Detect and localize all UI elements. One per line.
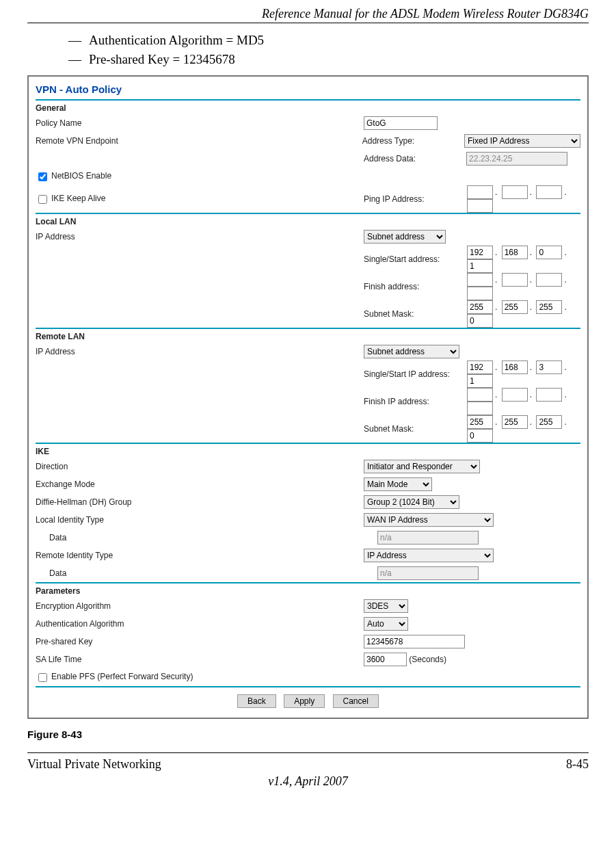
- ping-ip-label: Ping IP Address:: [364, 194, 466, 204]
- remote-id-data-input[interactable]: [377, 566, 479, 580]
- remote-finish-octet-2[interactable]: [502, 388, 528, 402]
- footer-rule: [27, 752, 589, 753]
- enc-select[interactable]: 3DES: [364, 599, 408, 613]
- psk-input[interactable]: [364, 635, 465, 648]
- footer-right: 8-45: [566, 757, 589, 772]
- remote-id-type-select[interactable]: IP Address: [364, 549, 494, 562]
- remote-subnet-octet-3[interactable]: [536, 415, 562, 429]
- remote-start-octet-1[interactable]: [467, 360, 493, 374]
- footer-version: v1.4, April 2007: [27, 774, 589, 789]
- remote-id-type-label: Remote Identity Type: [36, 551, 364, 560]
- netbios-checkbox[interactable]: [38, 172, 47, 181]
- dh-label: Diffie-Hellman (DH) Group: [36, 497, 364, 507]
- local-start-octet-1[interactable]: [467, 246, 493, 259]
- back-button[interactable]: Back: [237, 694, 276, 708]
- remote-endpoint-label: Remote VPN Endpoint: [36, 136, 362, 146]
- sa-label: SA Life Time: [36, 655, 364, 664]
- remote-finish-octet-4[interactable]: [467, 402, 493, 415]
- bullet-line-1: —Authentication Algorithm = MD5: [68, 33, 589, 48]
- section-ike-heading: IKE: [36, 444, 580, 458]
- local-subnet-octet-1[interactable]: [467, 300, 493, 314]
- ike-keepalive-label[interactable]: IKE Keep Alive: [36, 194, 105, 203]
- bullet-line-2: —Pre-shared Key = 12345678: [68, 52, 589, 67]
- header-rule: [27, 23, 589, 23]
- ping-ip-octet-4[interactable]: [467, 199, 493, 213]
- remote-subnet-label: Subnet Mask:: [364, 424, 466, 434]
- local-id-data-input[interactable]: [377, 531, 479, 544]
- local-id-data-label: Data: [36, 533, 377, 542]
- remote-ip-type-select[interactable]: Subnet address: [364, 345, 459, 358]
- netbios-checkbox-label[interactable]: NetBIOS Enable: [36, 171, 111, 181]
- local-subnet-label: Subnet Mask:: [364, 309, 466, 319]
- apply-button[interactable]: Apply: [284, 694, 325, 708]
- local-finish-label: Finish address:: [364, 282, 466, 291]
- sa-input[interactable]: [364, 653, 407, 666]
- local-start-octet-3[interactable]: [536, 246, 562, 259]
- screenshot-panel: VPN - Auto Policy General Policy Name Re…: [27, 75, 589, 719]
- footer-left: Virtual Private Networking: [27, 757, 161, 772]
- direction-select[interactable]: Initiator and Responder: [364, 460, 480, 473]
- policy-name-input[interactable]: [364, 116, 438, 130]
- ping-ip-octet-1[interactable]: [467, 185, 493, 199]
- local-ip-label: IP Address: [36, 232, 364, 241]
- auth-select[interactable]: Auto: [364, 617, 408, 631]
- section-general-heading: General: [36, 101, 580, 114]
- local-finish-octet-4[interactable]: [467, 287, 493, 300]
- auth-label: Authentication Algorithm: [36, 619, 364, 629]
- ping-ip-octet-2[interactable]: [502, 185, 528, 199]
- dh-select[interactable]: Group 2 (1024 Bit): [364, 495, 459, 509]
- local-start-octet-2[interactable]: [502, 246, 528, 259]
- policy-name-label: Policy Name: [36, 118, 364, 128]
- address-data-label: Address Data:: [364, 154, 466, 163]
- cancel-button[interactable]: Cancel: [333, 694, 379, 708]
- section-params-heading: Parameters: [36, 583, 580, 597]
- address-type-label: Address Type:: [362, 136, 464, 146]
- local-finish-octet-3[interactable]: [536, 273, 562, 287]
- remote-finish-label: Finish IP address:: [364, 397, 466, 406]
- exchange-select[interactable]: Main Mode: [364, 477, 432, 491]
- remote-start-label: Single/Start IP address:: [364, 369, 466, 379]
- remote-finish-octet-1[interactable]: [467, 388, 493, 402]
- exchange-label: Exchange Mode: [36, 480, 364, 489]
- local-subnet-octet-2[interactable]: [502, 300, 528, 314]
- remote-id-data-label: Data: [36, 568, 377, 578]
- local-id-type-label: Local Identity Type: [36, 515, 364, 525]
- enc-label: Encryption Algorithm: [36, 601, 364, 611]
- section-remote-lan-heading: Remote LAN: [36, 329, 580, 343]
- remote-subnet-octet-4[interactable]: [467, 429, 493, 443]
- local-finish-octet-1[interactable]: [467, 273, 493, 287]
- address-type-select[interactable]: Fixed IP Address: [464, 134, 580, 148]
- direction-label: Direction: [36, 462, 364, 471]
- local-subnet-octet-4[interactable]: [467, 314, 493, 328]
- remote-start-octet-4[interactable]: [467, 374, 493, 388]
- remote-subnet-octet-1[interactable]: [467, 415, 493, 429]
- local-start-octet-4[interactable]: [467, 259, 493, 273]
- section-local-lan-heading: Local LAN: [36, 214, 580, 228]
- local-ip-type-select[interactable]: Subnet address: [364, 230, 446, 244]
- address-data-input[interactable]: [466, 152, 567, 166]
- remote-finish-octet-3[interactable]: [536, 388, 562, 402]
- panel-title: VPN - Auto Policy: [36, 81, 580, 99]
- remote-subnet-octet-2[interactable]: [502, 415, 528, 429]
- pfs-checkbox[interactable]: [38, 673, 47, 682]
- local-id-type-select[interactable]: WAN IP Address: [364, 513, 494, 527]
- page-header-title: Reference Manual for the ADSL Modem Wire…: [27, 7, 589, 21]
- pfs-checkbox-label[interactable]: Enable PFS (Perfect Forward Security): [36, 672, 193, 681]
- ike-keepalive-checkbox[interactable]: [38, 195, 47, 204]
- remote-start-octet-2[interactable]: [502, 360, 528, 374]
- local-finish-octet-2[interactable]: [502, 273, 528, 287]
- local-start-label: Single/Start address:: [364, 254, 466, 264]
- remote-ip-label: IP Address: [36, 347, 364, 356]
- sa-unit: (Seconds): [409, 655, 446, 664]
- local-subnet-octet-3[interactable]: [536, 300, 562, 314]
- psk-label: Pre-shared Key: [36, 637, 364, 646]
- figure-caption: Figure 8-43: [27, 729, 589, 740]
- remote-start-octet-3[interactable]: [536, 360, 562, 374]
- ping-ip-octet-3[interactable]: [536, 185, 562, 199]
